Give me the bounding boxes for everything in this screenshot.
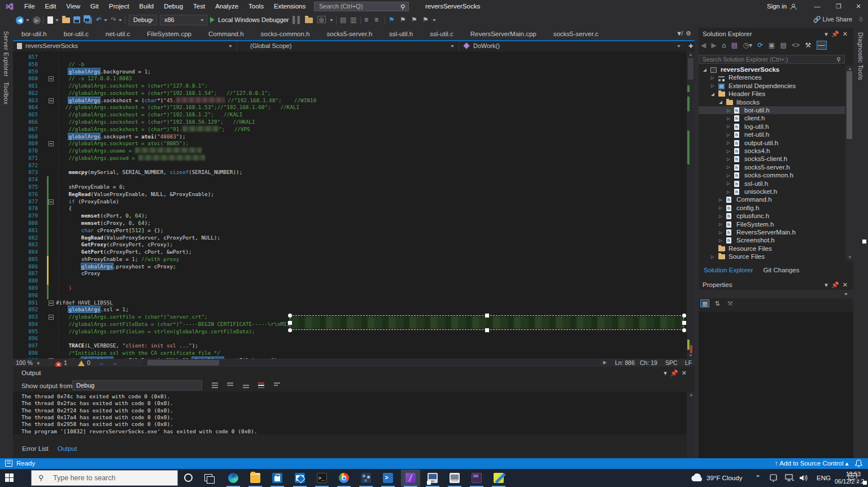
feedback-icon[interactable]: ☃ — [858, 16, 863, 23]
member-dropdown[interactable]: DoWork() — [460, 41, 686, 51]
expand-icon[interactable]: ▷ — [727, 188, 730, 196]
tree-item-filesystem-h[interactable]: ▷hFileSystem.h — [699, 220, 845, 228]
tab-net-util-c[interactable]: net-util.c — [97, 28, 138, 40]
tree-item-bor-util-h[interactable]: ▷hbor-util.h — [699, 106, 845, 114]
taskbar-app-explorer[interactable] — [246, 469, 265, 486]
properties-icon[interactable]: ▤ — [780, 41, 786, 49]
expand-icon[interactable]: ▷ — [719, 237, 722, 245]
split-editor-button[interactable]: ✚ — [688, 43, 693, 49]
output-source-select[interactable]: Debug — [72, 380, 202, 390]
language-indicator[interactable]: ENG — [817, 469, 831, 487]
expand-icon[interactable]: ▷ — [727, 107, 730, 115]
expand-icon[interactable]: ▷ — [711, 82, 714, 90]
new-file-dropdown[interactable] — [55, 19, 59, 21]
new-file-button[interactable] — [47, 16, 53, 24]
annotation-handle[interactable] — [682, 328, 686, 332]
expand-icon[interactable]: ▷ — [727, 123, 730, 131]
expand-icon[interactable]: ▷ — [719, 220, 722, 228]
tree-item-socks5-client-h[interactable]: ▷hsocks5-client.h — [699, 155, 845, 163]
tab-list-button[interactable]: ▼̸ ⚙ — [676, 30, 691, 37]
bookmark-clear-icon[interactable]: ⚑ — [422, 16, 429, 24]
tree-item-external-dependencies[interactable]: ▷External Dependencies — [699, 82, 845, 90]
annotation-handle[interactable] — [682, 321, 686, 325]
switch-views-icon[interactable]: ▤ — [731, 41, 738, 49]
annotation-handle[interactable] — [427, 481, 431, 485]
code-line-868[interactable]: 868 globalArgs.socksport = atoi("48083")… — [13, 133, 687, 141]
bookmark-prev-icon[interactable]: ⚑ — [400, 16, 406, 24]
menu-view[interactable]: View — [61, 0, 85, 13]
collapse-icon[interactable]: ◢ — [711, 90, 714, 98]
attach-button[interactable] — [305, 18, 313, 23]
platform-select[interactable]: x86 — [160, 15, 207, 25]
code-line-861[interactable]: 861 //globalArgs.sockshost = (char*)"127… — [13, 82, 687, 90]
navigate-forward-icon[interactable]: → — [112, 359, 118, 367]
bottom-tab-error-list[interactable]: Error List — [18, 443, 53, 454]
code-line-876[interactable]: 876 RegRead(ValueProxyEnable, NULL, &Pro… — [13, 191, 687, 198]
redo-button[interactable]: ↷ — [111, 16, 116, 24]
code-line-863[interactable]: 863 globalArgs.sockshost = (char*)"45. /… — [13, 97, 687, 105]
wrench-icon[interactable]: ⚒ — [805, 41, 811, 49]
properties-object-select[interactable] — [699, 290, 853, 298]
minimize-button[interactable]: — — [808, 0, 827, 13]
menu-test[interactable]: Test — [188, 0, 210, 13]
tree-scrollbar[interactable]: ▲ ▼ — [845, 66, 853, 260]
spaces-indicator[interactable]: SPC — [665, 359, 678, 367]
network-tray-icon[interactable] — [785, 474, 795, 482]
taskbar-app-edge[interactable] — [224, 469, 243, 486]
pin-icon[interactable]: 📌 — [831, 31, 839, 37]
toolbox-vertical-tab[interactable]: Toolbox — [3, 82, 10, 105]
live-share-button[interactable]: 🔗 Live Share — [813, 16, 852, 23]
notification-center-icon[interactable]: 2 — [848, 473, 857, 484]
tab-ssl-util-h[interactable]: ssl-util.h — [381, 28, 421, 40]
tab-bor-util-h[interactable]: bor-util.h — [13, 28, 55, 40]
categorized-icon[interactable]: ▦ — [700, 299, 709, 307]
panel-menu-icon[interactable]: ▾ — [825, 281, 828, 288]
project-dropdown[interactable]: reversServerSocks — [13, 41, 237, 51]
collapse-all-icon[interactable]: ▣ — [769, 41, 775, 49]
close-icon[interactable]: ✕ — [843, 281, 848, 288]
menu-debug[interactable]: Debug — [159, 0, 188, 13]
line-indicator[interactable]: Ln: 886 — [615, 359, 635, 367]
tab-socks5-server-c[interactable]: socks5-server.c — [545, 28, 607, 40]
expand-icon[interactable]: ▷ — [727, 131, 730, 139]
expand-icon[interactable]: ▷ — [711, 253, 714, 260]
expand-icon[interactable]: ▷ — [727, 163, 730, 171]
view-code-icon[interactable]: <> — [792, 41, 800, 49]
menu-edit[interactable]: Edit — [40, 0, 62, 13]
tree-item-unisocket-h[interactable]: ▷hunisocket.h — [699, 188, 845, 195]
tree-item-net-util-h[interactable]: ▷hnet-util.h — [699, 131, 845, 138]
weather-text[interactable]: 39°F Cloudy — [706, 469, 742, 487]
menu-extensions[interactable]: Extensions — [269, 0, 311, 13]
tree-item-output-util-h[interactable]: ▷houtput-util.h — [699, 139, 845, 147]
expand-icon[interactable]: ▷ — [727, 180, 730, 188]
add-to-source-control-button[interactable]: ↑ Add to Source Control ▴ — [775, 458, 848, 469]
taskbar-app-purple-app[interactable] — [467, 469, 486, 486]
background-tasks-icon[interactable] — [5, 460, 12, 467]
sign-in-button[interactable]: Sign in — [767, 0, 797, 13]
quick-search-input[interactable]: Search (Ctrl+Q)⚲ — [314, 2, 409, 11]
expand-icon[interactable]: ▷ — [719, 196, 722, 204]
eol-indicator[interactable]: LF — [685, 359, 692, 367]
find-message-icon[interactable] — [211, 381, 219, 389]
taskbar-app-powershell[interactable]: > — [378, 469, 398, 486]
panel-tab-git-changes[interactable]: Git Changes — [758, 265, 805, 275]
notifications-bell-icon[interactable] — [855, 459, 862, 467]
annotation-handle[interactable] — [288, 314, 292, 318]
taskbar-app-mail[interactable] — [290, 469, 309, 486]
tree-item-resource-files[interactable]: Resource Files — [699, 245, 845, 253]
editor-horizontal-scrollbar[interactable] — [142, 360, 600, 366]
forward-icon[interactable]: ▶ — [712, 41, 717, 49]
code-line-878[interactable]: 878 { — [13, 205, 687, 212]
pause-button[interactable]: ▌▌ — [293, 16, 302, 24]
tree-item-socks5-server-h[interactable]: ▷hsocks5-server.h — [699, 163, 845, 171]
alphabetical-icon[interactable]: ⇅ — [714, 300, 719, 307]
next-message-icon[interactable] — [242, 381, 250, 389]
code-line-875[interactable]: 875 shProxyEnable = 0; — [13, 184, 687, 191]
expand-icon[interactable]: ▷ — [719, 204, 722, 212]
code-line-896[interactable]: 896 — [13, 335, 687, 342]
solution-search-input[interactable]: Search Solution Explorer (Ctrl+;)⚲ — [699, 55, 845, 64]
menu-git[interactable]: Git — [85, 0, 104, 13]
tree-item-reversserversocks[interactable]: ◢reversServerSocks — [699, 66, 845, 73]
code-line-892[interactable]: 892 globalArgs.ssl = 1; — [13, 306, 687, 314]
tab-command-h[interactable]: Command.h — [200, 28, 252, 40]
